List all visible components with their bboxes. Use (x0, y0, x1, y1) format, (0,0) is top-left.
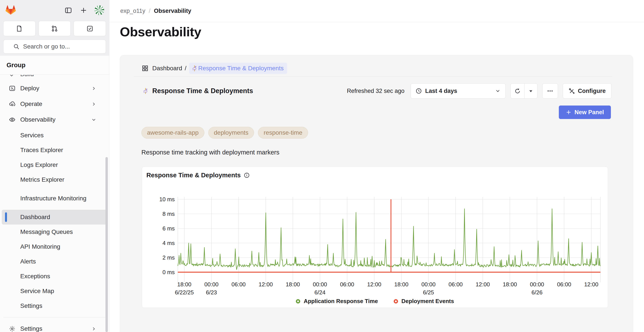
chart-panel: 0 ms2 ms4 ms6 ms8 ms10 ms18:006/22/2500:… (142, 167, 608, 308)
sidebar-item-deploy[interactable]: Deploy (2, 81, 108, 96)
sidebar-item-settings-sub[interactable]: Settings (2, 299, 108, 313)
tag-list: awesome-rails-app deployments response-t… (142, 127, 308, 139)
ellipsis-icon (547, 88, 553, 94)
breadcrumb-current-dashboard-link[interactable]: Response Time & Deployments (189, 63, 287, 74)
chart-title-row: Response Time & Deployments (146, 172, 250, 179)
breadcrumb-current-label: Response Time & Deployments (198, 65, 284, 72)
carousel-horse-icon (142, 87, 149, 94)
response-time-chart[interactable]: 0 ms2 ms4 ms6 ms8 ms10 ms18:006/22/2500:… (142, 167, 608, 308)
sidebar-item-observability[interactable]: Observability (2, 112, 108, 127)
eye-icon (9, 116, 16, 123)
sidebar-item-exceptions[interactable]: Exceptions (2, 269, 108, 284)
chevron-down-icon (495, 88, 501, 94)
breadcrumb-page[interactable]: Observability (154, 8, 191, 14)
sidebar-item-messaging-queues[interactable]: Messaging Queues (2, 224, 108, 239)
svg-text:12:00: 12:00 (367, 281, 381, 288)
legend-label: Deployment Events (402, 298, 454, 305)
chevron-right-icon (91, 86, 96, 91)
sidebar-toggle-button[interactable] (64, 6, 72, 14)
create-new-button[interactable] (79, 6, 88, 14)
svg-text:6/25: 6/25 (423, 289, 434, 296)
legend-marker-green (296, 299, 300, 304)
legend-label: Application Response Time (304, 298, 378, 305)
sidebar-header (0, 4, 109, 18)
sidebar-item-operate[interactable]: Operate (2, 97, 108, 111)
svg-text:6 ms: 6 ms (162, 225, 175, 232)
tag[interactable]: deployments (208, 127, 254, 139)
svg-text:18:00: 18:00 (177, 281, 191, 288)
svg-text:8 ms: 8 ms (162, 211, 175, 217)
issues-shortcut-button[interactable] (3, 21, 36, 36)
search-input[interactable]: Search or go to... (3, 40, 106, 53)
svg-text:00:00: 00:00 (530, 281, 544, 288)
breadcrumb-dashboard-link[interactable]: Dashboard (152, 65, 182, 72)
configure-button[interactable]: Configure (563, 83, 612, 99)
breadcrumb-project[interactable]: exp_o11y (120, 8, 145, 14)
legend-item-deployments[interactable]: Deployment Events (394, 298, 454, 305)
new-panel-button[interactable]: New Panel (559, 106, 611, 119)
refresh-button[interactable] (511, 84, 524, 98)
svg-text:0 ms: 0 ms (162, 269, 175, 275)
chevron-right-icon (91, 101, 96, 107)
sidebar-item-infrastructure-monitoring[interactable]: Infrastructure Monitoring (2, 187, 108, 210)
active-indicator (5, 212, 7, 222)
svg-text:6/26: 6/26 (532, 289, 543, 296)
dashboard-breadcrumb: Dashboard / Response Time & Deployments (142, 63, 287, 74)
sidebar-item-logs-explorer[interactable]: Logs Explorer (2, 158, 108, 172)
sidebar-item-alerts[interactable]: Alerts (2, 254, 108, 269)
svg-text:06:00: 06:00 (557, 281, 571, 288)
merge-requests-shortcut-button[interactable] (38, 21, 71, 36)
sidebar-item-traces-explorer[interactable]: Traces Explorer (2, 143, 108, 158)
sidebar-item-api-monitoring[interactable]: API Monitoring (2, 239, 108, 254)
svg-text:06:00: 06:00 (232, 281, 246, 288)
svg-text:6/24: 6/24 (314, 289, 326, 296)
more-actions-button[interactable] (542, 83, 558, 99)
time-range-label: Last 4 days (425, 88, 457, 94)
svg-text:4 ms: 4 ms (162, 240, 175, 246)
legend-item-response-time[interactable]: Application Response Time (296, 298, 378, 305)
refreshed-status: Refreshed 32 sec ago (347, 88, 404, 94)
sidebar-item-label: Operate (20, 100, 42, 108)
todos-shortcut-button[interactable] (74, 21, 106, 36)
refresh-icon (514, 88, 520, 94)
sidebar-scrollbar-thumb[interactable] (106, 157, 108, 332)
svg-text:12:00: 12:00 (258, 281, 273, 288)
sidebar: Search or go to... Group Build Deploy Op… (0, 0, 109, 332)
gear-icon (9, 326, 16, 332)
sidebar-item-service-map[interactable]: Service Map (2, 284, 108, 299)
configure-label: Configure (578, 88, 606, 94)
page-title: Observability (120, 24, 201, 39)
breadcrumb-separator: / (149, 8, 150, 14)
deploy-icon (9, 85, 16, 92)
build-icon (9, 75, 16, 77)
user-avatar[interactable] (94, 5, 104, 15)
tag[interactable]: response-time (258, 127, 308, 139)
carousel-horse-icon (191, 65, 198, 72)
sidebar-top-section: Search or go to... (0, 0, 109, 56)
info-icon[interactable] (244, 172, 250, 178)
chevron-right-icon (91, 326, 96, 332)
sidebar-shortcuts (3, 21, 106, 36)
sidebar-item-metrics-explorer[interactable]: Metrics Explorer (2, 172, 108, 187)
sidebar-item-build-clipped[interactable]: Build (2, 75, 108, 81)
refresh-options-button[interactable] (524, 84, 537, 98)
sidebar-item-settings[interactable]: Settings (2, 321, 108, 332)
plus-icon (80, 7, 87, 14)
svg-text:00:00: 00:00 (313, 281, 327, 288)
tools-icon (568, 88, 575, 94)
dashboard-description: Response time tracking with deployment m… (142, 149, 279, 156)
time-range-dropdown[interactable]: Last 4 days (411, 83, 506, 99)
tag[interactable]: awesome-rails-app (142, 127, 204, 139)
sidebar-item-label: Build (20, 75, 34, 78)
svg-text:06:00: 06:00 (448, 281, 463, 288)
chart-legend: Application Response Time Deployment Eve… (142, 298, 608, 305)
sidebar-item-dashboard[interactable]: Dashboard (2, 210, 108, 224)
sidebar-item-label: Observability (20, 116, 56, 124)
svg-text:12:00: 12:00 (476, 281, 490, 288)
svg-text:6/22/25: 6/22/25 (175, 289, 194, 296)
dashboard-grid-icon (142, 65, 148, 72)
svg-text:2 ms: 2 ms (162, 254, 175, 261)
sidebar-item-services[interactable]: Services (2, 128, 108, 143)
divider (134, 76, 612, 77)
svg-text:18:00: 18:00 (286, 281, 300, 288)
